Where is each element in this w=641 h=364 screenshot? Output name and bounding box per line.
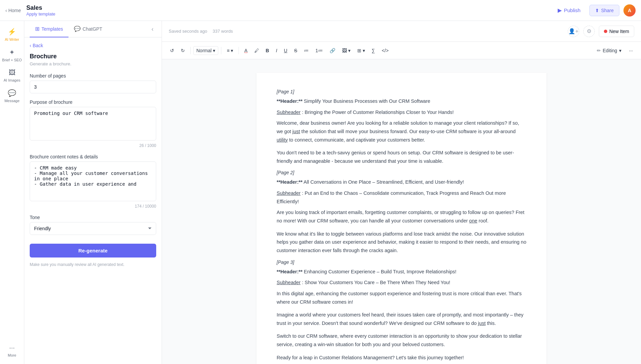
word-count: 337 words	[213, 29, 233, 34]
strikethrough-button[interactable]: S	[291, 46, 300, 55]
image-button[interactable]: 🖼 ▾	[339, 46, 353, 55]
chevron-down-icon: ▾	[213, 48, 215, 53]
number-of-pages-field: Number of pages	[30, 73, 156, 93]
editor-actions: 👤+ ⚙ New Item	[568, 26, 634, 37]
panel: ⊞ Templates 💬 ChatGPT ‹ ‹ Back Brochure …	[24, 21, 162, 364]
notes-char-count: 174 / 10000	[30, 204, 156, 209]
page3-para1: In this digital age, enhancing the custo…	[277, 290, 526, 306]
new-item-button[interactable]: New Item	[599, 26, 634, 37]
share-icon: ⬆	[595, 8, 599, 13]
editor-header: Saved seconds ago 337 words 👤+ ⚙ New Ite…	[162, 21, 641, 42]
style-select-label: Normal	[196, 48, 212, 53]
page3-tag: [Page 3]	[277, 260, 526, 265]
home-label: Home	[8, 8, 21, 13]
publish-button[interactable]: ▶ Publish	[553, 4, 585, 16]
sidebar-item-label: Brief + SEO	[2, 58, 22, 62]
new-item-label: New Item	[609, 29, 629, 34]
gear-icon: ⚙	[587, 28, 591, 34]
page3-para3: Switch to our CRM software, where every …	[277, 332, 526, 348]
sidebar-item-ai-writer[interactable]: ⚡ AI Writer	[0, 25, 24, 44]
page2-para1: Are you losing track of important emails…	[277, 208, 526, 225]
undo-button[interactable]: ↺	[167, 46, 177, 55]
page-title-group: Sales Apply template	[26, 4, 55, 17]
page-title: Sales	[26, 4, 55, 11]
apply-template-link[interactable]: Apply template	[26, 11, 55, 17]
settings-button[interactable]: ⚙	[583, 26, 595, 37]
bullet-list-button[interactable]: ≔	[301, 46, 311, 55]
page2-subheader: Subheader : Put an End to the Chaos – Co…	[277, 189, 526, 206]
section-subtitle: Generate a brochure.	[30, 61, 156, 66]
formula-button[interactable]: ∑	[369, 46, 378, 55]
purpose-textarea[interactable]: Promoting our CRM software	[30, 107, 156, 141]
page1-para1: Welcome, dear business owner! Are you lo…	[277, 119, 526, 144]
sidebar-item-brief-seo[interactable]: ✦ Brief + SEO	[0, 46, 24, 65]
purpose-char-count: 26 / 1000	[30, 143, 156, 148]
tab-chatgpt[interactable]: 💬 ChatGPT	[68, 21, 108, 37]
editor-toolbar: ↺ ↻ Normal ▾ ≡ ▾ A 🖊 B I U S ≔ 1≔ 🔗 🖼 ▾ …	[162, 42, 641, 59]
purpose-field: Purpose of brochure Promoting our CRM so…	[30, 99, 156, 148]
regenerate-button[interactable]: Re-generate	[30, 244, 156, 257]
saved-text: Saved seconds ago	[169, 29, 207, 34]
italic-button[interactable]: I	[273, 46, 280, 55]
back-button[interactable]: ‹ Back	[30, 43, 156, 48]
image-icon: 🖼	[9, 69, 16, 77]
panel-content: ‹ Back Brochure Generate a brochure. Num…	[24, 37, 162, 364]
ordered-list-button[interactable]: 1≔	[313, 46, 326, 55]
sidebar-left: ⚡ AI Writer ✦ Brief + SEO 🖼 AI Images 💬 …	[0, 21, 24, 364]
share-button[interactable]: ⬆ Share	[589, 5, 619, 16]
page2-header: **Header:** All Conversations in One Pla…	[277, 178, 526, 186]
link-button[interactable]: 🔗	[327, 46, 338, 55]
sidebar-item-label: More	[8, 353, 16, 357]
code-button[interactable]: </>	[379, 46, 391, 55]
sidebar-item-label: AI Images	[4, 78, 21, 82]
page3-para4: Ready for a leap in Customer Relations M…	[277, 354, 526, 362]
number-of-pages-input[interactable]	[30, 81, 156, 93]
tone-field: Tone Friendly Professional Casual Formal	[30, 215, 156, 235]
page3-para2: Imagine a world where your customers fee…	[277, 311, 526, 327]
page1-subheader: Subheader : Bringing the Power of Custom…	[277, 108, 526, 117]
publish-label: Publish	[564, 7, 580, 13]
chat-icon: 💬	[8, 89, 16, 97]
notes-field: Brochure content notes & details - CRM m…	[30, 154, 156, 209]
share-label: Share	[601, 8, 614, 13]
sidebar-item-message[interactable]: 💬 Message	[0, 86, 24, 105]
chevron-down-icon-edit: ▾	[619, 48, 621, 53]
page3-header: **Header:** Enhancing Customer Experienc…	[277, 268, 526, 276]
toolbar-divider-3	[239, 47, 239, 54]
number-of-pages-label: Number of pages	[30, 73, 156, 79]
table-button[interactable]: ⊞ ▾	[355, 46, 368, 55]
disclaimer-text: Make sure you manually review all AI gen…	[30, 262, 156, 268]
edit-icon: ✏	[597, 48, 601, 53]
chat-tab-icon: 💬	[74, 26, 81, 32]
tab-templates-label: Templates	[41, 26, 63, 32]
avatar: A	[623, 4, 636, 17]
bold-button[interactable]: B	[263, 46, 272, 55]
highlight-button[interactable]: 🖊	[252, 46, 262, 55]
purpose-label: Purpose of brochure	[30, 99, 156, 105]
notes-textarea[interactable]: - CRM made easy - Manage all your custom…	[30, 161, 156, 201]
tab-templates[interactable]: ⊞ Templates	[30, 21, 68, 37]
editing-mode-selector[interactable]: ✏ Editing ▾	[593, 46, 625, 55]
page2-tag: [Page 2]	[277, 170, 526, 175]
more-options-button[interactable]: ···	[626, 46, 636, 55]
style-select[interactable]: Normal ▾	[193, 46, 218, 55]
lightning-icon: ⚡	[8, 28, 16, 36]
redo-button[interactable]: ↻	[178, 46, 188, 55]
main-layout: ⚡ AI Writer ✦ Brief + SEO 🖼 AI Images 💬 …	[0, 21, 641, 364]
more-icon: ···	[9, 344, 15, 352]
tab-chatgpt-label: ChatGPT	[83, 26, 102, 32]
add-user-button[interactable]: 👤+	[568, 26, 579, 37]
tone-select[interactable]: Friendly Professional Casual Formal	[30, 222, 156, 235]
home-link[interactable]: ‹ Home	[5, 8, 21, 13]
page2-para2: We know what it's like to toggle between…	[277, 230, 526, 255]
sidebar-item-more[interactable]: ··· More	[0, 341, 24, 360]
sidebar-item-ai-images[interactable]: 🖼 AI Images	[0, 66, 24, 85]
top-nav: ‹ Home Sales Apply template ▶ Publish ⬆ …	[0, 0, 641, 21]
toolbar-divider-1	[190, 47, 191, 54]
publish-icon: ▶	[558, 7, 562, 13]
underline-button[interactable]: U	[281, 46, 290, 55]
align-button[interactable]: ≡ ▾	[224, 46, 236, 55]
panel-collapse-button[interactable]: ‹	[149, 21, 156, 37]
editing-label: Editing	[603, 48, 617, 53]
text-color-button[interactable]: A	[242, 46, 250, 55]
